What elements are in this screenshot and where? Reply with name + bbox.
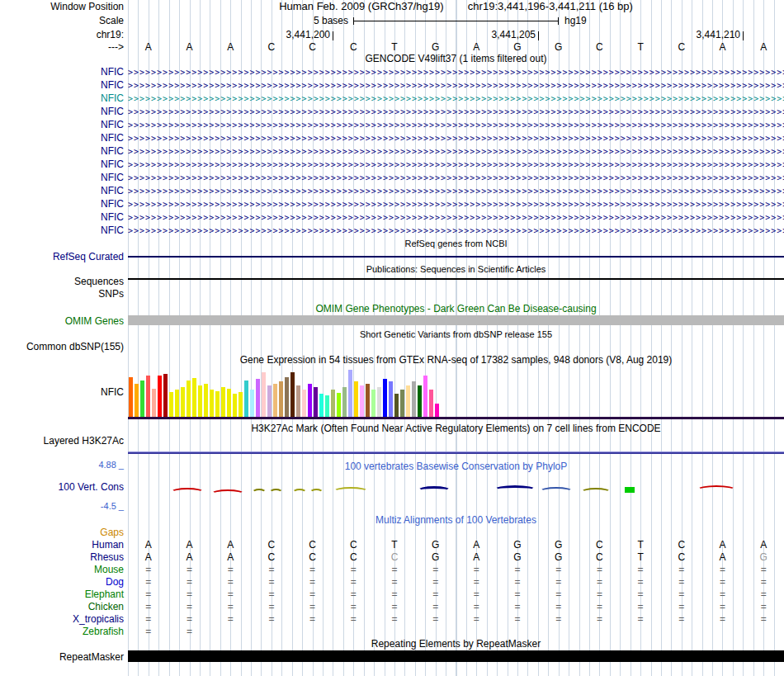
multiz-species-label[interactable]: Chicken [0,601,124,613]
gtex-tissue-bar[interactable] [221,387,225,417]
gtex-tissue-bar[interactable] [285,377,289,417]
publications-sequences-label[interactable]: Sequences [0,276,124,287]
gtex-tissue-bar[interactable] [187,381,191,417]
gtex-tissue-bar[interactable] [314,387,318,417]
publications-sequences-item[interactable] [128,278,784,280]
gencode-transcript-label[interactable]: NFIC [0,119,124,131]
refseq-transcript-line[interactable] [128,256,784,258]
repeatmasker-element-bar[interactable] [128,650,784,662]
conservation-label[interactable]: 100 Vert. Cons [0,481,124,493]
gtex-tissue-bar[interactable] [233,394,237,417]
gencode-transcript-label[interactable]: NFIC [0,172,124,184]
gtex-tissue-bar[interactable] [204,384,208,417]
multiz-species-label[interactable]: Rhesus [0,551,124,564]
gencode-transcript-label[interactable]: NFIC [0,106,124,118]
gtex-tissue-bar[interactable] [342,387,347,417]
gencode-transcript-arrows[interactable]: >>>>>>>>>>>>>>>>>>>>>>>>>>>>>>>>>>>>>>>>… [128,145,784,158]
gtex-track-title[interactable]: Gene Expression in 54 tissues from GTEx … [128,355,784,366]
h3k27ac-track-title[interactable]: H3K27Ac Mark (Often Found Near Active Re… [128,423,784,434]
gtex-tissue-bar[interactable] [175,390,179,417]
gtex-tissue-bar[interactable] [308,384,312,417]
publications-track-title[interactable]: Publications: Sequences in Scientific Ar… [128,264,784,275]
gtex-tissue-bar[interactable] [331,390,335,417]
gencode-transcript-arrows[interactable]: >>>>>>>>>>>>>>>>>>>>>>>>>>>>>>>>>>>>>>>>… [128,158,784,171]
publications-snps-label[interactable]: SNPs [0,288,124,300]
gtex-tissue-bar[interactable] [163,374,168,417]
omim-genes-label[interactable]: OMIM Genes [0,315,124,327]
gtex-tissue-bar[interactable] [215,391,220,417]
conservation-track-title[interactable]: 100 vertebrates Basewise Conservation by… [128,461,784,472]
gencode-transcript-label[interactable]: NFIC [0,145,124,158]
gtex-tissue-bar[interactable] [360,385,364,417]
gtex-tissue-bar[interactable] [158,376,162,417]
gtex-tissue-bar[interactable] [377,387,381,417]
gencode-transcript-arrows[interactable]: >>>>>>>>>>>>>>>>>>>>>>>>>>>>>>>>>>>>>>>>… [128,211,784,224]
gtex-tissue-bar[interactable] [198,385,202,417]
gtex-tissue-bar[interactable] [239,392,243,417]
gtex-tissue-bar[interactable] [383,379,387,417]
gencode-transcript-label[interactable]: NFIC [0,66,124,78]
gtex-tissue-bar[interactable] [152,389,156,417]
gtex-tissue-bar[interactable] [129,377,133,417]
gencode-transcript-label[interactable]: NFIC [0,132,124,144]
gtex-tissue-bar[interactable] [244,381,248,417]
gtex-tissue-bar[interactable] [169,392,173,417]
gencode-transcript-label[interactable]: NFIC [0,225,124,237]
gencode-transcript-arrows[interactable]: >>>>>>>>>>>>>>>>>>>>>>>>>>>>>>>>>>>>>>>>… [128,119,784,131]
gencode-transcript-arrows[interactable]: >>>>>>>>>>>>>>>>>>>>>>>>>>>>>>>>>>>>>>>>… [128,198,784,210]
gencode-transcript-arrows[interactable]: >>>>>>>>>>>>>>>>>>>>>>>>>>>>>>>>>>>>>>>>… [128,225,784,237]
omim-gene-bar[interactable] [128,315,784,325]
multiz-species-label[interactable]: X_tropicalis [0,613,124,626]
gencode-transcript-label[interactable]: NFIC [0,92,124,105]
gtex-tissue-bar[interactable] [435,404,439,417]
repeatmasker-label[interactable]: RepeatMasker [0,651,124,663]
multiz-species-label[interactable]: Zebrafish [0,626,124,638]
gtex-tissue-bar[interactable] [325,395,329,417]
gtex-tissue-bar[interactable] [279,381,283,417]
gtex-tissue-bar[interactable] [273,384,277,417]
omim-track-title[interactable]: OMIM Gene Phenotypes - Dark Green Can Be… [128,304,784,314]
gtex-tissue-bar[interactable] [423,376,427,417]
gencode-transcript-label[interactable]: NFIC [0,185,124,197]
gtex-tissue-bar[interactable] [406,385,410,417]
gencode-transcript-label[interactable]: NFIC [0,198,124,210]
gencode-transcript-arrows[interactable]: >>>>>>>>>>>>>>>>>>>>>>>>>>>>>>>>>>>>>>>>… [128,185,784,197]
gencode-transcript-arrows[interactable]: >>>>>>>>>>>>>>>>>>>>>>>>>>>>>>>>>>>>>>>>… [128,132,784,144]
gtex-tissue-bar[interactable] [192,378,196,417]
gtex-tissue-bar[interactable] [290,372,295,417]
gtex-tissue-bar[interactable] [366,384,370,417]
refseq-track-title[interactable]: RefSeq genes from NCBI [128,239,784,249]
gencode-transcript-label[interactable]: NFIC [0,158,124,171]
gtex-tissue-bar[interactable] [354,381,358,417]
gtex-tissue-bar[interactable] [181,387,185,417]
gtex-tissue-bar[interactable] [400,390,404,417]
gtex-tissue-bar[interactable] [210,390,214,417]
gencode-transcript-label[interactable]: NFIC [0,79,124,92]
repeatmasker-track-title[interactable]: Repeating Elements by RepeatMasker [128,639,784,650]
gtex-tissue-bar[interactable] [429,390,433,417]
gencode-transcript-arrows[interactable]: >>>>>>>>>>>>>>>>>>>>>>>>>>>>>>>>>>>>>>>>… [128,92,784,105]
gencode-transcript-arrows[interactable]: >>>>>>>>>>>>>>>>>>>>>>>>>>>>>>>>>>>>>>>>… [128,106,784,118]
gtex-tissue-bar[interactable] [250,390,254,417]
multiz-species-label[interactable]: Human [0,539,124,551]
dbsnp-track-title[interactable]: Short Genetic Variants from dbSNP releas… [128,329,784,340]
multiz-species-label[interactable]: Mouse [0,564,124,576]
gtex-tissue-bar[interactable] [319,394,324,417]
multiz-species-label[interactable]: Dog [0,576,124,589]
gencode-transcript-label[interactable]: NFIC [0,211,124,224]
multiz-species-label[interactable]: Elephant [0,589,124,601]
gtex-tissue-bar[interactable] [267,385,272,417]
gtex-tissue-bar[interactable] [227,389,231,417]
gtex-tissue-bar[interactable] [389,381,393,417]
gtex-tissue-bar[interactable] [394,394,399,417]
gtex-tissue-bar[interactable] [140,381,144,417]
gtex-tissue-bar[interactable] [371,390,375,417]
gtex-tissue-bar[interactable] [146,376,150,417]
multiz-species-label[interactable]: Gaps [0,527,124,539]
gencode-transcript-arrows[interactable]: >>>>>>>>>>>>>>>>>>>>>>>>>>>>>>>>>>>>>>>>… [128,66,784,78]
gtex-tissue-bar[interactable] [135,384,139,417]
multiz-track-title[interactable]: Multiz Alignments of 100 Vertebrates [128,515,784,526]
gencode-transcript-arrows[interactable]: >>>>>>>>>>>>>>>>>>>>>>>>>>>>>>>>>>>>>>>>… [128,79,784,92]
gtex-tissue-bar[interactable] [412,381,416,417]
gtex-tissue-bar[interactable] [302,390,306,417]
